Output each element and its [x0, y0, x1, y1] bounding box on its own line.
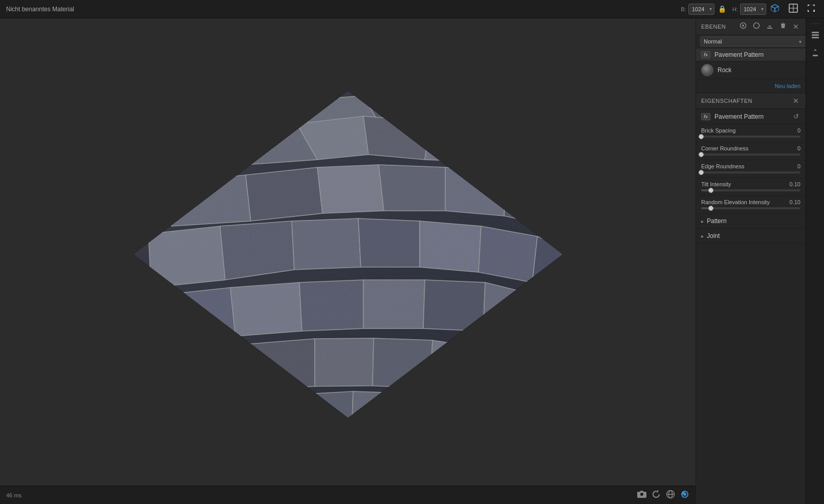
2d-view-button[interactable]: [786, 3, 800, 15]
fullscreen-button[interactable]: [805, 3, 818, 15]
corner-roundness-slider-group: Corner Roundness 0: [696, 142, 806, 160]
edge-roundness-value: 0: [797, 163, 800, 169]
svg-marker-8: [481, 111, 522, 155]
layer-name-pavement: Pavement Pattern: [714, 51, 800, 58]
effect-row: fx Pavement Pattern ↺: [696, 109, 806, 124]
corner-roundness-label: Corner Roundness: [701, 145, 748, 151]
tilt-intensity-value: 0.10: [790, 181, 800, 187]
corner-roundness-track[interactable]: [701, 154, 800, 156]
layer-item-rock[interactable]: Rock: [696, 61, 806, 79]
topbar: Nicht benanntes Material B: 102451220484…: [0, 0, 824, 18]
strip-share-button[interactable]: [808, 46, 822, 60]
eigenschaften-title: EIGENSCHAFTEN: [701, 98, 788, 104]
brick-spacing-track[interactable]: [701, 136, 800, 138]
strip-layers-button[interactable]: [808, 28, 822, 42]
edge-roundness-track[interactable]: [701, 171, 800, 173]
brick-spacing-value: 0: [797, 127, 800, 134]
viewport[interactable]: 46 ms: [0, 18, 696, 504]
svg-rect-51: [812, 37, 819, 38]
tilt-intensity-label-row: Tilt Intensity 0.10: [701, 181, 800, 187]
random-elevation-label-row: Random Elevation Intensity 0.10: [701, 199, 800, 205]
lock-aspect-button[interactable]: 🔒: [716, 4, 728, 14]
joint-header[interactable]: ▸ Joint: [696, 229, 806, 243]
reload-button[interactable]: Neu laden: [775, 83, 800, 89]
layer-thumbnail-rock: [701, 64, 713, 76]
brick-spacing-slider-group: Brick Spacing 0: [696, 124, 806, 142]
layer-item-pavement[interactable]: fx Pavement Pattern: [696, 49, 806, 61]
rotate-button[interactable]: [652, 490, 661, 501]
edge-roundness-label-row: Edge Roundness 0: [701, 163, 800, 169]
edge-roundness-slider-group: Edge Roundness 0: [696, 160, 806, 178]
corner-roundness-thumb[interactable]: [699, 152, 704, 157]
pattern-section: ▸ Pattern: [696, 214, 806, 229]
environment-button[interactable]: [666, 490, 675, 501]
corner-roundness-label-row: Corner Roundness 0: [701, 145, 800, 151]
document-title: Nicht benanntes Material: [6, 6, 675, 13]
svg-marker-7: [425, 103, 486, 144]
fx-badge: fx: [701, 51, 710, 58]
delete-layer-button[interactable]: [778, 21, 788, 31]
svg-marker-13: [491, 126, 543, 172]
close-ebenen-button[interactable]: ✕: [791, 22, 800, 31]
tilt-intensity-slider-group: Tilt Intensity 0.10: [696, 178, 806, 196]
edit-layer-button[interactable]: [738, 21, 748, 31]
svg-marker-33: [184, 344, 253, 398]
pavement-scene: [118, 75, 578, 433]
tilt-intensity-label: Tilt Intensity: [701, 181, 731, 187]
refresh-button[interactable]: [680, 490, 689, 501]
3d-view-button[interactable]: [768, 3, 782, 15]
edge-roundness-thumb[interactable]: [699, 170, 704, 175]
joint-title: Joint: [707, 232, 720, 239]
svg-point-48: [754, 23, 760, 29]
brick-spacing-thumb[interactable]: [699, 134, 704, 139]
render-time: 46 ms: [6, 492, 21, 498]
blend-mode-row: NormalMultiplyScreenOverlay ▾: [696, 34, 806, 49]
random-elevation-thumb[interactable]: [708, 206, 713, 211]
eigenschaften-header: EIGENSCHAFTEN ✕: [696, 93, 806, 109]
topbar-controls: B: 102451220484096 ▾ 🔒 H: 10245122048409…: [681, 3, 818, 15]
camera-button[interactable]: [637, 491, 646, 500]
main-area: 46 ms EBENEN: [0, 18, 824, 504]
layer-name-rock: Rock: [718, 67, 800, 74]
right-panel: EBENEN ✕ NormalMultiplyScreenOverla: [696, 18, 806, 504]
svg-rect-50: [812, 34, 819, 36]
height-select[interactable]: 102451220484096: [740, 4, 766, 15]
close-eigenschaften-button[interactable]: ✕: [791, 96, 800, 105]
joint-section: ▸ Joint: [696, 229, 806, 244]
edge-roundness-label: Edge Roundness: [701, 163, 744, 169]
tilt-intensity-track[interactable]: [701, 189, 800, 191]
blend-mode-select[interactable]: NormalMultiplyScreenOverlay: [700, 36, 806, 47]
svg-marker-41: [133, 91, 563, 418]
far-right-strip: [806, 18, 824, 504]
svg-marker-38: [220, 395, 287, 428]
pattern-title: Pattern: [707, 217, 727, 225]
pattern-header[interactable]: ▸ Pattern: [696, 214, 806, 228]
status-icons: [637, 490, 689, 501]
width-label: B:: [681, 6, 686, 12]
width-select[interactable]: 102451220484096: [688, 4, 714, 15]
corner-roundness-value: 0: [797, 145, 800, 151]
ebenen-panel: EBENEN ✕ NormalMultiplyScreenOverla: [696, 18, 806, 93]
random-elevation-slider-group: Random Elevation Intensity 0.10: [696, 196, 806, 214]
brick-spacing-label: Brick Spacing: [701, 127, 735, 134]
export-button[interactable]: [765, 21, 775, 31]
effect-fx-badge: fx: [701, 113, 710, 120]
brick-spacing-label-row: Brick Spacing 0: [701, 127, 800, 134]
svg-marker-12: [425, 121, 491, 162]
eigenschaften-panel: EIGENSCHAFTEN ✕ fx Pavement Pattern ↺ Br…: [696, 93, 806, 504]
svg-rect-49: [812, 32, 819, 33]
tilt-intensity-thumb[interactable]: [708, 188, 713, 193]
random-elevation-track[interactable]: [701, 207, 800, 209]
reload-row: Neu laden: [696, 79, 806, 93]
clear-layer-button[interactable]: [751, 21, 762, 31]
joint-chevron-icon: ▸: [701, 233, 704, 239]
pattern-chevron-icon: ▸: [701, 218, 704, 224]
ebenen-title: EBENEN: [701, 24, 735, 30]
strip-divider-top: [810, 24, 820, 24]
random-elevation-value: 0.10: [790, 199, 800, 205]
effect-name: Pavement Pattern: [714, 113, 788, 120]
status-bar: 46 ms: [0, 486, 696, 504]
width-group: B: 102451220484096 ▾: [681, 4, 712, 15]
reset-effect-button[interactable]: ↺: [792, 112, 800, 121]
ebenen-header: EBENEN ✕: [696, 18, 806, 34]
